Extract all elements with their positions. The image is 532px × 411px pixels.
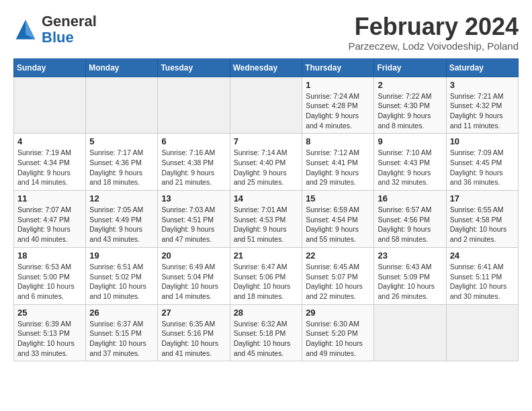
day-number: 28 (234, 308, 299, 318)
calendar-day-cell: 7Sunrise: 7:14 AM Sunset: 4:40 PM Daylig… (230, 134, 302, 191)
day-info: Sunrise: 6:43 AM Sunset: 5:09 PM Dayligh… (378, 262, 442, 302)
day-info: Sunrise: 6:41 AM Sunset: 5:11 PM Dayligh… (450, 262, 515, 302)
calendar-week-row: 4Sunrise: 7:19 AM Sunset: 4:34 PM Daylig… (14, 134, 519, 191)
day-number: 20 (161, 250, 226, 261)
calendar-day-cell: 16Sunrise: 6:57 AM Sunset: 4:56 PM Dayli… (374, 191, 446, 248)
calendar-day-cell: 6Sunrise: 7:16 AM Sunset: 4:38 PM Daylig… (158, 134, 230, 191)
logo-text: General Blue (42, 13, 97, 46)
day-info: Sunrise: 7:10 AM Sunset: 4:43 PM Dayligh… (378, 148, 442, 187)
calendar-day-cell: 19Sunrise: 6:51 AM Sunset: 5:02 PM Dayli… (86, 247, 158, 304)
day-number: 13 (161, 193, 226, 203)
day-info: Sunrise: 6:59 AM Sunset: 4:54 PM Dayligh… (306, 205, 370, 244)
day-number: 7 (234, 136, 299, 146)
calendar-table: SundayMondayTuesdayWednesdayThursdayFrid… (13, 58, 519, 362)
day-info: Sunrise: 6:30 AM Sunset: 5:20 PM Dayligh… (306, 319, 370, 359)
day-info: Sunrise: 7:05 AM Sunset: 4:49 PM Dayligh… (89, 205, 154, 244)
day-info: Sunrise: 7:09 AM Sunset: 4:45 PM Dayligh… (450, 148, 515, 187)
calendar-day-cell: 24Sunrise: 6:41 AM Sunset: 5:11 PM Dayli… (446, 247, 518, 304)
day-number: 17 (450, 193, 515, 203)
calendar-day-cell: 5Sunrise: 7:17 AM Sunset: 4:36 PM Daylig… (86, 134, 158, 191)
weekday-header-row: SundayMondayTuesdayWednesdayThursdayFrid… (14, 58, 519, 77)
day-info: Sunrise: 6:53 AM Sunset: 5:00 PM Dayligh… (17, 262, 82, 302)
day-number: 14 (234, 193, 299, 203)
day-number: 18 (17, 250, 82, 261)
month-year-title: February 2024 (349, 13, 519, 40)
day-info: Sunrise: 6:47 AM Sunset: 5:06 PM Dayligh… (234, 262, 299, 302)
day-number: 23 (378, 250, 442, 261)
day-number: 29 (306, 308, 370, 318)
day-info: Sunrise: 7:21 AM Sunset: 4:32 PM Dayligh… (450, 91, 515, 131)
day-info: Sunrise: 7:12 AM Sunset: 4:41 PM Dayligh… (306, 148, 370, 187)
day-info: Sunrise: 6:32 AM Sunset: 5:18 PM Dayligh… (234, 319, 299, 359)
day-info: Sunrise: 6:37 AM Sunset: 5:15 PM Dayligh… (89, 319, 154, 359)
day-number: 9 (378, 136, 442, 146)
day-info: Sunrise: 7:22 AM Sunset: 4:30 PM Dayligh… (378, 91, 442, 131)
calendar-day-cell: 15Sunrise: 6:59 AM Sunset: 4:54 PM Dayli… (302, 191, 374, 248)
calendar-day-cell: 27Sunrise: 6:35 AM Sunset: 5:16 PM Dayli… (158, 304, 230, 361)
day-info: Sunrise: 6:49 AM Sunset: 5:04 PM Dayligh… (161, 262, 226, 302)
day-info: Sunrise: 6:39 AM Sunset: 5:13 PM Dayligh… (17, 319, 82, 359)
day-info: Sunrise: 6:51 AM Sunset: 5:02 PM Dayligh… (89, 262, 154, 302)
logo-icon (13, 17, 38, 42)
calendar-day-cell: 22Sunrise: 6:45 AM Sunset: 5:07 PM Dayli… (302, 247, 374, 304)
day-number: 2 (378, 80, 442, 90)
calendar-day-cell: 18Sunrise: 6:53 AM Sunset: 5:00 PM Dayli… (14, 247, 86, 304)
day-info: Sunrise: 7:01 AM Sunset: 4:53 PM Dayligh… (234, 205, 299, 244)
calendar-week-row: 11Sunrise: 7:07 AM Sunset: 4:47 PM Dayli… (14, 191, 519, 248)
calendar-day-cell: 25Sunrise: 6:39 AM Sunset: 5:13 PM Dayli… (14, 304, 86, 361)
day-info: Sunrise: 6:35 AM Sunset: 5:16 PM Dayligh… (161, 319, 226, 359)
day-number: 12 (89, 193, 154, 203)
calendar-week-row: 25Sunrise: 6:39 AM Sunset: 5:13 PM Dayli… (14, 304, 519, 361)
weekday-header-cell: Wednesday (230, 58, 302, 77)
calendar-day-cell: 28Sunrise: 6:32 AM Sunset: 5:18 PM Dayli… (230, 304, 302, 361)
day-number: 4 (17, 136, 82, 146)
day-number: 5 (89, 136, 154, 146)
weekday-header-cell: Tuesday (158, 58, 230, 77)
day-info: Sunrise: 7:03 AM Sunset: 4:51 PM Dayligh… (161, 205, 226, 244)
location-subtitle: Parzeczew, Lodz Voivodeship, Poland (349, 40, 519, 52)
logo: General Blue (13, 13, 97, 46)
calendar-day-cell: 26Sunrise: 6:37 AM Sunset: 5:15 PM Dayli… (86, 304, 158, 361)
day-number: 27 (161, 308, 226, 318)
day-number: 15 (306, 193, 370, 203)
day-info: Sunrise: 7:16 AM Sunset: 4:38 PM Dayligh… (161, 148, 226, 187)
calendar-day-cell: 8Sunrise: 7:12 AM Sunset: 4:41 PM Daylig… (302, 134, 374, 191)
calendar-day-cell (86, 77, 158, 134)
day-number: 19 (89, 250, 154, 261)
calendar-day-cell: 17Sunrise: 6:55 AM Sunset: 4:58 PM Dayli… (446, 191, 518, 248)
weekday-header-cell: Sunday (14, 58, 86, 77)
calendar-day-cell: 20Sunrise: 6:49 AM Sunset: 5:04 PM Dayli… (158, 247, 230, 304)
title-area: February 2024 Parzeczew, Lodz Voivodeshi… (349, 13, 519, 52)
day-number: 21 (234, 250, 299, 261)
day-number: 24 (450, 250, 515, 261)
weekday-header-cell: Friday (374, 58, 446, 77)
day-number: 16 (378, 193, 442, 203)
calendar-day-cell: 11Sunrise: 7:07 AM Sunset: 4:47 PM Dayli… (14, 191, 86, 248)
calendar-day-cell (374, 304, 446, 361)
calendar-day-cell: 12Sunrise: 7:05 AM Sunset: 4:49 PM Dayli… (86, 191, 158, 248)
day-number: 11 (17, 193, 82, 203)
day-info: Sunrise: 7:14 AM Sunset: 4:40 PM Dayligh… (234, 148, 299, 187)
calendar-week-row: 1Sunrise: 7:24 AM Sunset: 4:28 PM Daylig… (14, 77, 519, 134)
day-number: 25 (17, 308, 82, 318)
calendar-body: 1Sunrise: 7:24 AM Sunset: 4:28 PM Daylig… (14, 77, 519, 361)
day-number: 1 (306, 80, 370, 90)
day-number: 3 (450, 80, 515, 90)
calendar-day-cell (446, 304, 518, 361)
calendar-day-cell: 14Sunrise: 7:01 AM Sunset: 4:53 PM Dayli… (230, 191, 302, 248)
calendar-day-cell: 9Sunrise: 7:10 AM Sunset: 4:43 PM Daylig… (374, 134, 446, 191)
page-header: General Blue February 2024 Parzeczew, Lo… (13, 13, 519, 52)
calendar-day-cell (158, 77, 230, 134)
calendar-day-cell: 1Sunrise: 7:24 AM Sunset: 4:28 PM Daylig… (302, 77, 374, 134)
calendar-day-cell (230, 77, 302, 134)
calendar-day-cell (14, 77, 86, 134)
calendar-day-cell: 3Sunrise: 7:21 AM Sunset: 4:32 PM Daylig… (446, 77, 518, 134)
day-info: Sunrise: 6:57 AM Sunset: 4:56 PM Dayligh… (378, 205, 442, 244)
calendar-day-cell: 21Sunrise: 6:47 AM Sunset: 5:06 PM Dayli… (230, 247, 302, 304)
day-number: 22 (306, 250, 370, 261)
calendar-week-row: 18Sunrise: 6:53 AM Sunset: 5:00 PM Dayli… (14, 247, 519, 304)
day-info: Sunrise: 6:45 AM Sunset: 5:07 PM Dayligh… (306, 262, 370, 302)
calendar-day-cell: 29Sunrise: 6:30 AM Sunset: 5:20 PM Dayli… (302, 304, 374, 361)
weekday-header-cell: Monday (86, 58, 158, 77)
day-info: Sunrise: 7:19 AM Sunset: 4:34 PM Dayligh… (17, 148, 82, 187)
